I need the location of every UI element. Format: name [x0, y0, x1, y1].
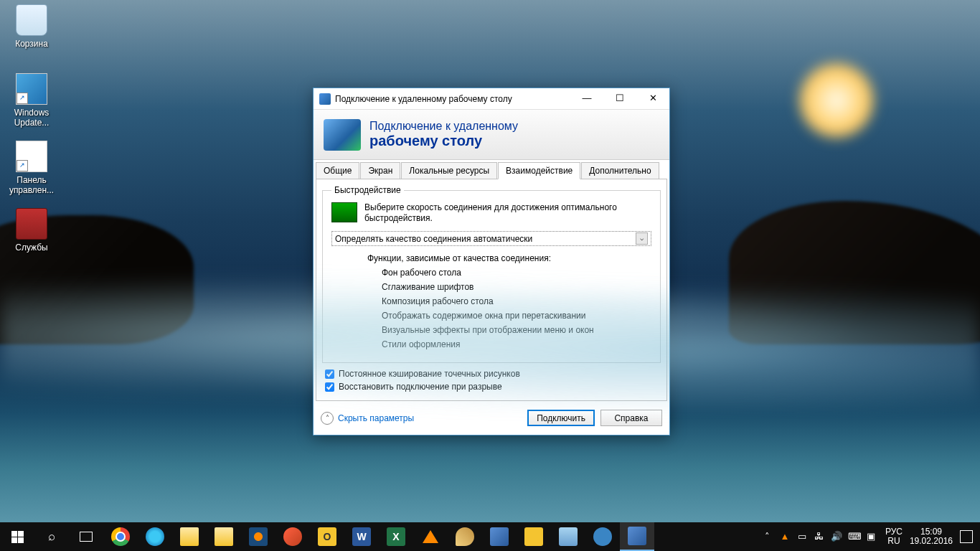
- paint-icon: [456, 527, 474, 546]
- tab-display[interactable]: Экран: [360, 162, 400, 179]
- connection-speed-combo[interactable]: Определять качество соединения автоматич…: [331, 231, 651, 246]
- desktop-icon-recycle-bin[interactable]: Корзина: [4, 4, 59, 49]
- desktop-icon-windows-update[interactable]: Windows Update...: [4, 73, 59, 128]
- feature-desktop-background: Фон рабочего стола: [382, 268, 651, 278]
- taskbar-app-snip[interactable]: [275, 522, 310, 551]
- tray-input-icon[interactable]: ⌨: [848, 531, 859, 542]
- checkbox-reconnect-input[interactable]: [325, 382, 334, 392]
- tab-experience[interactable]: Взаимодействие: [498, 162, 580, 179]
- clock[interactable]: 15:09 19.02.2016: [905, 527, 957, 546]
- start-button[interactable]: [0, 522, 34, 551]
- taskbar: ⌕ O W X ˄ ▲ ▭ 🖧 🔊 ⌨ ▣ РУС RU: [0, 522, 980, 551]
- recycle-bin-label: Корзина: [4, 39, 59, 49]
- taskbar-app-hwinfo[interactable]: [482, 522, 517, 551]
- minimize-button[interactable]: —: [570, 88, 603, 110]
- tray-battery-icon[interactable]: ▭: [796, 531, 808, 542]
- taskbar-app-word[interactable]: W: [344, 522, 379, 551]
- hide-options-link[interactable]: ˄ Скрыть параметры: [321, 412, 414, 425]
- taskbar-app-notepad[interactable]: [551, 522, 585, 551]
- help-button[interactable]: Справка: [600, 410, 662, 426]
- snip-icon: [283, 527, 302, 546]
- checkbox-bitmap-caching-input[interactable]: [325, 369, 334, 379]
- maximize-button[interactable]: ☐: [603, 88, 636, 110]
- notepad-icon: [559, 527, 578, 546]
- control-panel-icon: [16, 141, 47, 172]
- control-panel-label: Панель управлен...: [4, 175, 59, 195]
- desktop[interactable]: Корзина Windows Update... Панель управле…: [0, 0, 980, 551]
- taskbar-app-excel[interactable]: X: [379, 522, 413, 551]
- chevron-up-icon: ˄: [321, 412, 334, 425]
- services-label: Службы: [4, 242, 59, 253]
- wallpaper-rocks-right: [729, 201, 980, 344]
- tray-volume-icon[interactable]: 🔊: [831, 531, 842, 542]
- desktop-icon-services[interactable]: Службы: [4, 208, 59, 253]
- taskbar-app-paint[interactable]: [448, 522, 482, 551]
- taskbar-app-explorer[interactable]: [172, 522, 207, 551]
- tray-chevron-up-icon[interactable]: ˄: [762, 531, 773, 542]
- checkbox-bitmap-caching-label: Постоянное кэширование точечных рисунков: [339, 369, 520, 379]
- language-indicator[interactable]: РУС RU: [882, 527, 905, 546]
- banner-line1: Подключение к удаленному: [369, 120, 518, 133]
- tab-advanced[interactable]: Дополнительно: [581, 162, 659, 179]
- tab-local-resources[interactable]: Локальные ресурсы: [401, 162, 497, 179]
- feature-desktop-composition: Композиция рабочего стола: [382, 296, 651, 306]
- feature-visual-styles: Стили оформления: [382, 339, 651, 349]
- combo-selected-value: Определять качество соединения автоматич…: [335, 234, 532, 244]
- connect-button[interactable]: Подключить: [527, 410, 595, 426]
- taskbar-app-mediaplayer[interactable]: [241, 522, 275, 551]
- taskbar-app-telegram[interactable]: [585, 522, 620, 551]
- outlook-icon: O: [318, 527, 336, 546]
- ie-icon: [146, 527, 164, 546]
- titlebar[interactable]: Подключение к удаленному рабочему столу …: [314, 88, 669, 110]
- performance-legend: Быстродействие: [331, 185, 404, 195]
- close-button[interactable]: ✕: [636, 88, 669, 110]
- vlc-icon: [423, 530, 438, 543]
- telegram-icon: [593, 527, 612, 546]
- features-list: Фон рабочего стола Сглаживание шрифтов К…: [382, 268, 651, 349]
- rdp-app-icon: [319, 93, 331, 105]
- taskbar-app-vlc[interactable]: [413, 522, 448, 551]
- performance-group: Быстродействие Выберите скорость соедине…: [322, 185, 661, 363]
- folder-icon: [180, 527, 199, 546]
- tray-network-icon[interactable]: 🖧: [814, 531, 825, 542]
- checkbox-bitmap-caching[interactable]: Постоянное кэширование точечных рисунков: [325, 369, 661, 379]
- features-sublabel: Функции, зависимые от качества соединени…: [367, 253, 651, 263]
- taskbar-app-chrome[interactable]: [103, 522, 138, 551]
- performance-icon: [331, 202, 357, 222]
- task-view-button[interactable]: [69, 522, 103, 551]
- search-button[interactable]: ⌕: [34, 522, 69, 551]
- performance-description: Выберите скорость соединения для достиже…: [364, 202, 651, 224]
- tab-content-experience: Быстродействие Выберите скорость соедине…: [316, 179, 667, 401]
- tab-general[interactable]: Общие: [316, 162, 359, 179]
- taskbar-app-jdownloader[interactable]: [517, 522, 551, 551]
- window-title: Подключение к удаленному рабочему столу: [335, 94, 570, 104]
- task-view-icon: [80, 532, 93, 542]
- hide-options-label: Скрыть параметры: [338, 413, 414, 423]
- recycle-bin-icon: [16, 4, 47, 36]
- lang-line2: RU: [885, 537, 903, 546]
- word-icon: W: [352, 527, 371, 546]
- rdp-banner-icon: [324, 119, 361, 151]
- button-row: ˄ Скрыть параметры Подключить Справка: [314, 401, 669, 435]
- desktop-icon-control-panel[interactable]: Панель управлен...: [4, 141, 59, 195]
- action-center-button[interactable]: [960, 530, 973, 543]
- windows-update-label: Windows Update...: [4, 108, 59, 128]
- feature-window-drag-contents: Отображать содержимое окна при перетаски…: [382, 311, 651, 321]
- checkbox-reconnect[interactable]: Восстановить подключение при разрыве: [325, 382, 661, 392]
- folder-icon: [215, 527, 233, 546]
- taskbar-app-rdp[interactable]: [620, 522, 654, 551]
- windows-update-icon: [16, 73, 47, 105]
- taskbar-app-outlook[interactable]: O: [310, 522, 344, 551]
- tray-vlc-icon[interactable]: ▲: [779, 531, 791, 542]
- windows-logo-icon: [11, 531, 24, 543]
- banner: Подключение к удаленному рабочему столу: [314, 110, 669, 160]
- tray-defender-icon[interactable]: ▣: [865, 531, 877, 542]
- taskbar-app-ie[interactable]: [138, 522, 172, 551]
- jdownloader-icon: [524, 527, 543, 546]
- taskbar-app-explorer2[interactable]: [207, 522, 241, 551]
- banner-line2: рабочему столу: [369, 133, 518, 149]
- rdp-taskbar-icon: [628, 527, 646, 545]
- system-tray: ˄ ▲ ▭ 🖧 🔊 ⌨ ▣: [756, 531, 882, 542]
- chrome-icon: [111, 527, 130, 546]
- excel-icon: X: [387, 527, 405, 546]
